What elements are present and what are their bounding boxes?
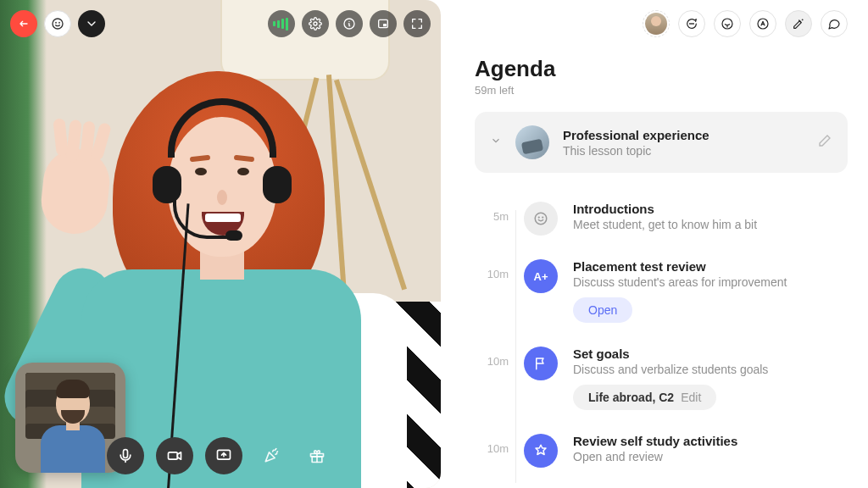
reactions-button[interactable] — [44, 10, 71, 37]
chat-button[interactable] — [678, 10, 705, 37]
agenda-item-duration: 10m — [475, 347, 509, 410]
agenda-item-duration: 5m — [475, 202, 509, 236]
agenda-item-title: Placement test review — [573, 259, 848, 274]
svg-rect-5 — [379, 19, 388, 27]
svg-point-2 — [59, 22, 60, 23]
gift-button[interactable] — [300, 439, 334, 473]
flag-icon — [524, 347, 558, 380]
fullscreen-button[interactable] — [403, 10, 431, 37]
reactions-expand-button[interactable] — [78, 10, 105, 37]
agenda-item-subtitle: Discuss and verbalize students goals — [573, 363, 848, 376]
svg-point-14 — [693, 24, 694, 25]
camera-toggle-button[interactable] — [156, 437, 193, 474]
agenda-item[interactable]: 10m Review self study activities Open an… — [475, 425, 848, 483]
share-screen-button[interactable] — [205, 437, 242, 474]
svg-rect-6 — [383, 24, 387, 26]
agenda-item-title: Introductions — [573, 202, 848, 216]
leave-call-button[interactable] — [10, 10, 37, 37]
topic-title: Professional experience — [563, 128, 804, 142]
comments-button[interactable] — [821, 10, 848, 37]
goal-tag-chip[interactable]: Life abroad, C2 Edit — [573, 385, 716, 410]
dictionary-button[interactable] — [749, 10, 776, 37]
svg-point-19 — [538, 217, 539, 218]
agenda-panel: Agenda 59m left Professional experience … — [441, 0, 868, 488]
edit-topic-button[interactable] — [817, 133, 832, 152]
svg-point-0 — [53, 19, 63, 29]
confetti-button[interactable] — [254, 439, 288, 473]
open-button[interactable]: Open — [573, 297, 632, 323]
connection-quality-indicator[interactable] — [268, 10, 295, 37]
smile-icon — [524, 202, 558, 236]
svg-point-20 — [542, 217, 543, 218]
svg-point-18 — [535, 213, 547, 225]
notes-button[interactable] — [785, 10, 812, 37]
settings-button[interactable] — [302, 10, 329, 37]
agenda-item-duration: 10m — [475, 259, 509, 323]
microphone-toggle-button[interactable] — [107, 437, 144, 474]
panel-toolbar — [475, 8, 848, 42]
svg-rect-8 — [169, 452, 178, 459]
agenda-item[interactable]: 5m Introductions Meet student, get to kn… — [475, 193, 848, 251]
agenda-item-subtitle: Discuss student's areas for improvement — [573, 275, 848, 289]
agenda-time-left: 59m left — [475, 84, 848, 97]
pip-toggle-button[interactable] — [370, 10, 397, 37]
info-button[interactable] — [336, 10, 363, 37]
student-avatar-button[interactable] — [643, 10, 670, 37]
svg-point-3 — [314, 22, 317, 25]
agenda-item[interactable]: 10m Set goals Discuss and verbalize stud… — [475, 338, 848, 425]
video-panel — [0, 0, 441, 488]
lesson-topic-card[interactable]: Professional experience This lesson topi… — [475, 112, 848, 173]
agenda-item-duration: 10m — [475, 434, 509, 468]
svg-point-1 — [56, 22, 57, 23]
agenda-heading: Agenda — [475, 56, 848, 82]
placement-badge-icon: A+ — [524, 259, 558, 293]
pronunciation-button[interactable] — [714, 10, 741, 37]
agenda-item[interactable]: 10m A+ Placement test review Discuss stu… — [475, 251, 848, 338]
agenda-item-subtitle: Meet student, get to know him a bit — [573, 218, 848, 231]
agenda-item-title: Set goals — [573, 347, 848, 361]
svg-point-12 — [690, 24, 691, 25]
svg-point-16 — [758, 19, 768, 29]
goal-tag-label: Life abroad, C2 — [588, 391, 674, 404]
goal-tag-edit[interactable]: Edit — [681, 391, 701, 404]
svg-point-13 — [692, 24, 693, 25]
svg-rect-7 — [124, 450, 128, 458]
activity-icon — [524, 434, 558, 468]
chevron-down-icon — [490, 135, 502, 150]
agenda-item-subtitle: Open and review — [573, 450, 848, 463]
svg-point-17 — [802, 19, 803, 20]
topic-subtitle: This lesson topic — [563, 144, 804, 158]
topic-thumbnail — [515, 125, 549, 159]
agenda-item-title: Review self study activities — [573, 434, 848, 448]
